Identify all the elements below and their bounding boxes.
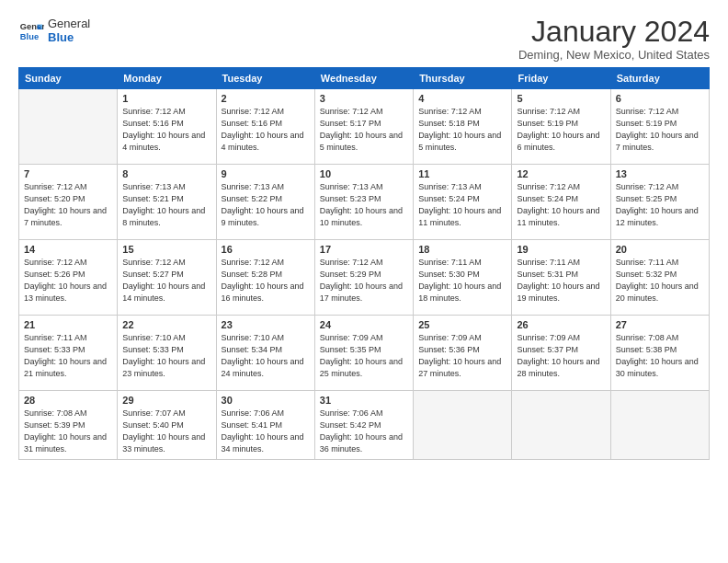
day-number: 10 (320, 168, 408, 179)
calendar-cell: 8Sunrise: 7:13 AMSunset: 5:21 PMDaylight… (118, 165, 216, 240)
calendar-cell: 30Sunrise: 7:06 AMSunset: 5:41 PMDayligh… (216, 391, 314, 460)
day-info: Sunrise: 7:11 AMSunset: 5:32 PMDaylight:… (616, 257, 704, 304)
day-info: Sunrise: 7:13 AMSunset: 5:23 PMDaylight:… (320, 181, 408, 229)
logo-text: General Blue (48, 17, 90, 44)
calendar-cell: 23Sunrise: 7:10 AMSunset: 5:34 PMDayligh… (216, 316, 314, 391)
calendar-cell: 7Sunrise: 7:12 AMSunset: 5:20 PMDaylight… (19, 165, 118, 240)
calendar-cell: 11Sunrise: 7:13 AMSunset: 5:24 PMDayligh… (414, 165, 512, 240)
location: Deming, New Mexico, United States (518, 48, 710, 62)
calendar-cell: 29Sunrise: 7:07 AMSunset: 5:40 PMDayligh… (118, 391, 216, 460)
calendar-cell: 1Sunrise: 7:12 AMSunset: 5:16 PMDaylight… (118, 89, 216, 165)
day-number: 16 (222, 244, 310, 255)
header: General Blue General Blue January 2024 D… (18, 17, 710, 62)
day-info: Sunrise: 7:10 AMSunset: 5:34 PMDaylight:… (222, 332, 310, 380)
logo-icon: General Blue (18, 17, 44, 43)
calendar-cell: 16Sunrise: 7:12 AMSunset: 5:28 PMDayligh… (216, 240, 314, 316)
calendar-cell: 3Sunrise: 7:12 AMSunset: 5:17 PMDaylight… (314, 89, 413, 165)
calendar-cell (414, 391, 512, 460)
day-info: Sunrise: 7:08 AMSunset: 5:38 PMDaylight:… (616, 332, 704, 380)
day-number: 13 (616, 168, 704, 179)
day-info: Sunrise: 7:12 AMSunset: 5:27 PMDaylight:… (122, 257, 210, 304)
calendar-cell: 26Sunrise: 7:09 AMSunset: 5:37 PMDayligh… (512, 316, 610, 391)
day-number: 15 (122, 244, 210, 255)
day-info: Sunrise: 7:09 AMSunset: 5:35 PMDaylight:… (320, 332, 408, 380)
day-info: Sunrise: 7:12 AMSunset: 5:20 PMDaylight:… (24, 181, 112, 229)
day-number: 6 (616, 93, 704, 104)
col-header-monday: Monday (118, 68, 216, 89)
col-header-thursday: Thursday (414, 68, 512, 89)
calendar-cell: 18Sunrise: 7:11 AMSunset: 5:30 PMDayligh… (414, 240, 512, 316)
day-info: Sunrise: 7:12 AMSunset: 5:19 PMDaylight:… (517, 106, 605, 154)
title-block: January 2024 Deming, New Mexico, United … (518, 17, 710, 62)
calendar-cell: 15Sunrise: 7:12 AMSunset: 5:27 PMDayligh… (118, 240, 216, 316)
calendar-cell: 12Sunrise: 7:12 AMSunset: 5:24 PMDayligh… (512, 165, 610, 240)
day-info: Sunrise: 7:13 AMSunset: 5:21 PMDaylight:… (122, 181, 210, 229)
day-number: 30 (222, 395, 310, 406)
calendar-cell: 27Sunrise: 7:08 AMSunset: 5:38 PMDayligh… (610, 316, 709, 391)
day-number: 5 (517, 93, 605, 104)
calendar-cell: 25Sunrise: 7:09 AMSunset: 5:36 PMDayligh… (414, 316, 512, 391)
day-number: 31 (320, 395, 408, 406)
day-info: Sunrise: 7:13 AMSunset: 5:24 PMDaylight:… (418, 181, 506, 229)
calendar-cell: 9Sunrise: 7:13 AMSunset: 5:22 PMDaylight… (216, 165, 314, 240)
day-info: Sunrise: 7:07 AMSunset: 5:40 PMDaylight:… (122, 408, 210, 455)
calendar-cell (19, 89, 118, 165)
calendar-cell: 10Sunrise: 7:13 AMSunset: 5:23 PMDayligh… (314, 165, 413, 240)
day-number: 8 (122, 168, 210, 179)
day-number: 7 (24, 168, 112, 179)
calendar-table: SundayMondayTuesdayWednesdayThursdayFrid… (18, 67, 710, 460)
page: General Blue General Blue January 2024 D… (0, 0, 728, 563)
day-number: 23 (222, 319, 310, 330)
calendar-cell: 17Sunrise: 7:12 AMSunset: 5:29 PMDayligh… (314, 240, 413, 316)
day-info: Sunrise: 7:12 AMSunset: 5:17 PMDaylight:… (320, 106, 408, 154)
calendar-cell: 31Sunrise: 7:06 AMSunset: 5:42 PMDayligh… (314, 391, 413, 460)
day-number: 27 (616, 319, 704, 330)
day-info: Sunrise: 7:12 AMSunset: 5:16 PMDaylight:… (222, 106, 310, 154)
day-info: Sunrise: 7:08 AMSunset: 5:39 PMDaylight:… (24, 408, 112, 455)
calendar-cell: 28Sunrise: 7:08 AMSunset: 5:39 PMDayligh… (19, 391, 118, 460)
calendar-cell: 13Sunrise: 7:12 AMSunset: 5:25 PMDayligh… (610, 165, 709, 240)
col-header-tuesday: Tuesday (216, 68, 314, 89)
day-number: 28 (24, 395, 112, 406)
day-info: Sunrise: 7:12 AMSunset: 5:19 PMDaylight:… (616, 106, 704, 154)
day-info: Sunrise: 7:12 AMSunset: 5:24 PMDaylight:… (517, 181, 605, 229)
day-info: Sunrise: 7:09 AMSunset: 5:37 PMDaylight:… (517, 332, 605, 380)
day-info: Sunrise: 7:11 AMSunset: 5:31 PMDaylight:… (517, 257, 605, 304)
day-number: 25 (418, 319, 506, 330)
day-info: Sunrise: 7:12 AMSunset: 5:29 PMDaylight:… (320, 257, 408, 304)
calendar-cell: 19Sunrise: 7:11 AMSunset: 5:31 PMDayligh… (512, 240, 610, 316)
day-number: 4 (418, 93, 506, 104)
day-number: 29 (122, 395, 210, 406)
calendar-cell: 4Sunrise: 7:12 AMSunset: 5:18 PMDaylight… (414, 89, 512, 165)
day-number: 1 (122, 93, 210, 104)
day-info: Sunrise: 7:12 AMSunset: 5:26 PMDaylight:… (24, 257, 112, 304)
calendar-cell: 24Sunrise: 7:09 AMSunset: 5:35 PMDayligh… (314, 316, 413, 391)
calendar-cell: 20Sunrise: 7:11 AMSunset: 5:32 PMDayligh… (610, 240, 709, 316)
day-number: 11 (418, 168, 506, 179)
calendar-cell (512, 391, 610, 460)
day-number: 20 (616, 244, 704, 255)
day-number: 2 (222, 93, 310, 104)
day-info: Sunrise: 7:12 AMSunset: 5:18 PMDaylight:… (418, 106, 506, 154)
day-number: 26 (517, 319, 605, 330)
calendar-cell (610, 391, 709, 460)
col-header-friday: Friday (512, 68, 610, 89)
day-info: Sunrise: 7:12 AMSunset: 5:16 PMDaylight:… (122, 106, 210, 154)
day-number: 24 (320, 319, 408, 330)
day-number: 12 (517, 168, 605, 179)
day-number: 3 (320, 93, 408, 104)
day-number: 9 (222, 168, 310, 179)
calendar-cell: 14Sunrise: 7:12 AMSunset: 5:26 PMDayligh… (19, 240, 118, 316)
day-info: Sunrise: 7:11 AMSunset: 5:33 PMDaylight:… (24, 332, 112, 380)
day-number: 22 (122, 319, 210, 330)
calendar-cell: 2Sunrise: 7:12 AMSunset: 5:16 PMDaylight… (216, 89, 314, 165)
month-title: January 2024 (518, 17, 710, 46)
day-info: Sunrise: 7:12 AMSunset: 5:25 PMDaylight:… (616, 181, 704, 229)
day-info: Sunrise: 7:06 AMSunset: 5:41 PMDaylight:… (222, 408, 310, 455)
calendar-cell: 21Sunrise: 7:11 AMSunset: 5:33 PMDayligh… (19, 316, 118, 391)
day-info: Sunrise: 7:10 AMSunset: 5:33 PMDaylight:… (122, 332, 210, 380)
day-number: 17 (320, 244, 408, 255)
day-number: 21 (24, 319, 112, 330)
day-info: Sunrise: 7:12 AMSunset: 5:28 PMDaylight:… (222, 257, 310, 304)
day-info: Sunrise: 7:06 AMSunset: 5:42 PMDaylight:… (320, 408, 408, 455)
